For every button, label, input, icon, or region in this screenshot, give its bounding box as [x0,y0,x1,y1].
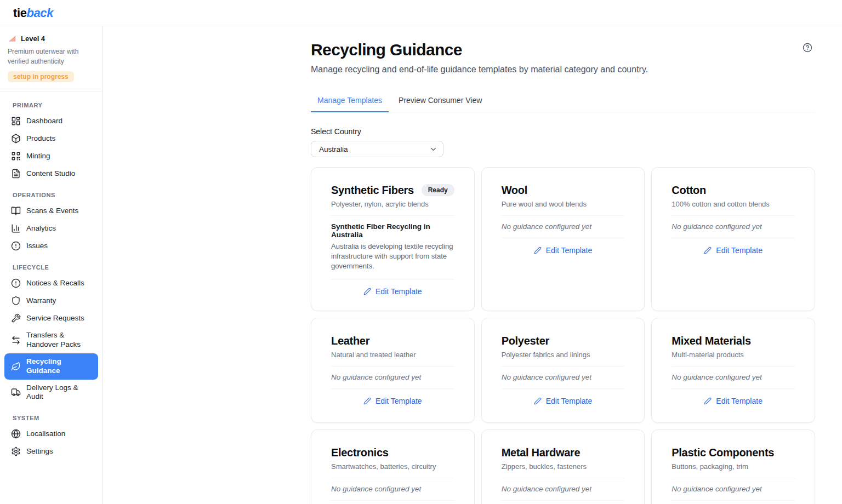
card-divider [502,366,625,366]
country-select[interactable]: Australia [311,141,443,157]
wrench-icon [11,313,21,323]
card-divider [331,478,454,478]
sidebar-section-label: SYSTEM [13,415,90,421]
sidebar-item-warranty[interactable]: Warranty [4,292,98,310]
sidebar-item-label: Transfers & Handover Packs [26,331,92,350]
sidebar-item-label: Analytics [26,224,56,233]
edit-template-button[interactable]: Edit Template [363,287,422,296]
card-divider [672,388,795,389]
card-subtitle: Natural and treated leather [331,351,454,359]
main-area: Recycling Guidance Manage recycling and … [103,26,842,504]
pencil-icon [704,247,712,254]
edit-template-button[interactable]: Edit Template [534,246,593,255]
card-title: Wool [502,184,527,197]
card-divider [331,388,454,389]
guidance-empty-text: No guidance configured yet [502,222,625,231]
card-divider [672,478,795,478]
card-divider [502,215,625,216]
sidebar-section: PRIMARY Dashboard Products [4,102,98,182]
leaf-icon [11,362,21,371]
brand-logo[interactable]: tieback [13,6,53,20]
sidebar-item-content-studio[interactable]: Content Studio [4,165,98,182]
guidance-preview: Synthetic Fiber Recycling in Australia A… [331,222,454,272]
card-divider [672,366,795,366]
card-subtitle: Polyester fabrics and linings [502,351,625,359]
dashboard-icon [11,116,21,126]
sidebar-section: OPERATIONS Scans & Events Analytics [4,192,98,255]
sidebar-item-notices-recalls[interactable]: Notices & Recalls [4,274,98,292]
sidebar-section-label: OPERATIONS [13,192,90,198]
help-icon[interactable] [803,43,812,53]
sidebar-item-label: Service Requests [26,314,84,323]
sidebar-item-dashboard[interactable]: Dashboard [4,112,98,130]
country-selector-group: Select Country Australia [311,127,815,157]
pencil-icon [363,397,371,405]
pencil-icon [534,247,542,254]
card-title: Plastic Components [672,446,774,459]
card-title: Leather [331,335,369,347]
card-subtitle: Pure wool and wool blends [502,200,625,208]
tab-preview-consumer-view[interactable]: Preview Consumer View [392,91,488,112]
card-divider [502,478,625,478]
card-title: Electronics [331,446,389,459]
sidebar-item-issues[interactable]: Issues [4,237,98,255]
card-divider [672,238,795,238]
guidance-title: Synthetic Fiber Recycling in Australia [331,222,454,239]
material-card-polyester: Polyester Polyester fabrics and linings … [481,318,645,423]
sidebar-item-transfers-handover-packs[interactable]: Transfers & Handover Packs [4,327,98,353]
guidance-empty-text: No guidance configured yet [502,373,625,381]
edit-template-button[interactable]: Edit Template [704,397,763,405]
sidebar-item-delivery-logs-audit[interactable]: Delivery Logs & Audit [4,380,98,406]
edit-template-button[interactable]: Edit Template [363,397,422,405]
material-card-electronics: Electronics Smartwatches, batteries, cir… [311,429,475,504]
sidebar-item-settings[interactable]: Settings [4,443,98,460]
bar-chart-icon [11,224,21,233]
brand-logo-part2: back [26,6,53,20]
sidebar-item-service-requests[interactable]: Service Requests [4,310,98,327]
country-select-label: Select Country [311,127,815,136]
tab-manage-templates[interactable]: Manage Templates [311,91,389,112]
tab-bar: Manage Templates Preview Consumer View [311,91,815,112]
sidebar-item-label: Minting [26,152,50,161]
alert-circle-icon [11,241,21,251]
guidance-empty-text: No guidance configured yet [672,373,795,381]
page-subtitle: Manage recycling and end-of-life guidanc… [311,65,815,75]
sidebar-item-recycling-guidance[interactable]: Recycling Guidance [4,353,98,380]
sidebar-item-analytics[interactable]: Analytics [4,220,98,237]
card-subtitle: Smartwatches, batteries, circuitry [331,462,454,471]
card-divider [331,366,454,366]
page-title: Recycling Guidance [311,41,815,59]
card-divider [331,500,454,501]
card-divider [502,238,625,238]
sidebar-item-label: Delivery Logs & Audit [26,383,92,402]
level-description: Premium outerwear with verified authenti… [8,47,95,66]
sidebar-section: SYSTEM Localisation Settings [4,415,98,460]
sidebar-item-label: Dashboard [26,117,62,126]
card-divider [502,388,625,389]
card-title: Metal Hardware [502,446,581,459]
sidebar-item-localisation[interactable]: Localisation [4,425,98,443]
edit-template-button[interactable]: Edit Template [534,397,593,405]
edit-template-button[interactable]: Edit Template [704,246,763,255]
material-card-wool: Wool Pure wool and wool blends No guidan… [481,167,645,311]
chevron-down-icon [429,145,437,153]
material-card-cotton: Cotton 100% cotton and cotton blends No … [651,167,815,311]
guidance-empty-text: No guidance configured yet [331,373,454,381]
card-title: Mixed Materials [672,335,750,347]
level-indicator-icon [8,34,16,43]
card-subtitle: Polyester, nylon, acrylic blends [331,200,454,208]
guidance-empty-text: No guidance configured yet [672,222,795,231]
card-subtitle: Zippers, buckles, fasteners [502,462,625,471]
card-divider [672,500,795,501]
sidebar-section-label: LIFECYCLE [13,264,90,271]
material-card-plastic-components: Plastic Components Buttons, packaging, t… [651,429,815,504]
book-open-icon [11,206,21,216]
top-header: tieback [0,0,842,26]
sidebar-item-products[interactable]: Products [4,130,98,147]
truck-icon [11,387,21,397]
sidebar-item-minting[interactable]: Minting [4,147,98,165]
qr-code-icon [11,151,21,161]
sidebar-item-scans-events[interactable]: Scans & Events [4,202,98,220]
guidance-empty-text: No guidance configured yet [331,485,454,493]
sidebar-item-label: Settings [26,447,53,456]
